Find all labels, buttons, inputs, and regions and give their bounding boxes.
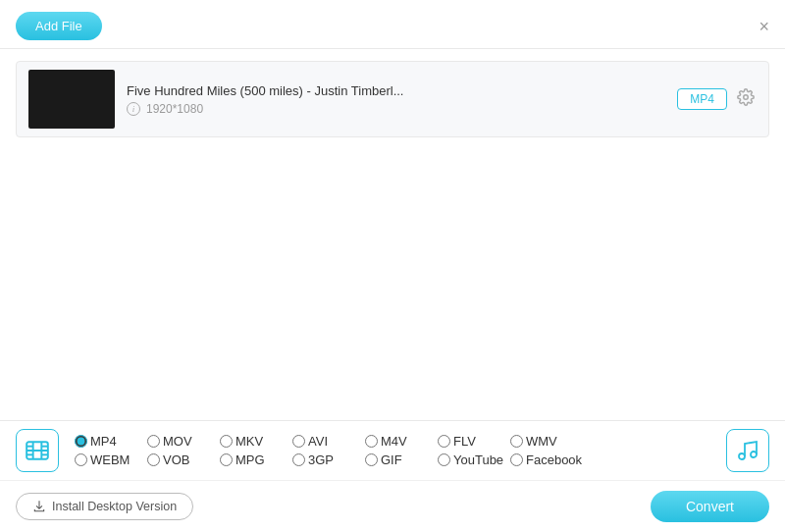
- file-thumbnail: [28, 70, 115, 129]
- format-option-m4v[interactable]: M4V: [365, 434, 434, 449]
- action-bar: Install Desktop Version Convert: [0, 481, 785, 532]
- svg-point-9: [739, 453, 745, 459]
- svg-point-0: [744, 94, 749, 99]
- add-file-button[interactable]: Add File: [16, 12, 102, 40]
- format-options: MP4 MOV MKV AVI M4V: [75, 434, 710, 467]
- format-option-mov[interactable]: MOV: [147, 434, 216, 449]
- format-row-1: MP4 MOV MKV AVI M4V: [75, 434, 710, 449]
- file-resolution: 1920*1080: [146, 102, 203, 116]
- format-option-gif[interactable]: GIF: [365, 452, 434, 467]
- format-row-2: WEBM VOB MPG 3GP GIF: [75, 452, 710, 467]
- format-option-webm[interactable]: WEBM: [75, 452, 143, 467]
- format-option-facebook[interactable]: Facebook: [510, 452, 582, 467]
- file-item: Five Hundred Miles (500 miles) - Justin …: [16, 61, 769, 137]
- format-option-youtube[interactable]: YouTube: [438, 452, 506, 467]
- format-option-mp4[interactable]: MP4: [75, 434, 143, 449]
- install-desktop-button[interactable]: Install Desktop Version: [16, 493, 193, 520]
- format-option-mkv[interactable]: MKV: [220, 434, 288, 449]
- format-option-vob[interactable]: VOB: [147, 452, 216, 467]
- close-button[interactable]: ×: [759, 18, 769, 35]
- settings-button[interactable]: [735, 86, 757, 113]
- convert-button[interactable]: Convert: [651, 491, 769, 522]
- svg-point-10: [751, 452, 757, 457]
- file-list: Five Hundred Miles (500 miles) - Justin …: [0, 49, 785, 149]
- format-option-wmv[interactable]: WMV: [510, 434, 579, 449]
- file-info: Five Hundred Miles (500 miles) - Justin …: [127, 83, 665, 116]
- info-icon: i: [127, 102, 140, 116]
- video-format-icon[interactable]: [16, 429, 59, 472]
- install-label: Install Desktop Version: [52, 500, 177, 513]
- format-option-avi[interactable]: AVI: [292, 434, 361, 449]
- format-option-flv[interactable]: FLV: [438, 434, 506, 449]
- file-actions: MP4: [677, 86, 757, 113]
- audio-format-icon[interactable]: [726, 429, 769, 472]
- bottom-panel: MP4 MOV MKV AVI M4V: [0, 420, 785, 532]
- format-selector: MP4 MOV MKV AVI M4V: [0, 421, 785, 481]
- file-meta: i 1920*1080: [127, 102, 665, 116]
- format-option-mpg[interactable]: MPG: [220, 452, 288, 467]
- top-bar: Add File ×: [0, 0, 785, 49]
- file-title: Five Hundred Miles (500 miles) - Justin …: [127, 83, 539, 98]
- format-badge[interactable]: MP4: [677, 88, 727, 110]
- content-area: [0, 149, 785, 326]
- format-option-3gp[interactable]: 3GP: [292, 452, 361, 467]
